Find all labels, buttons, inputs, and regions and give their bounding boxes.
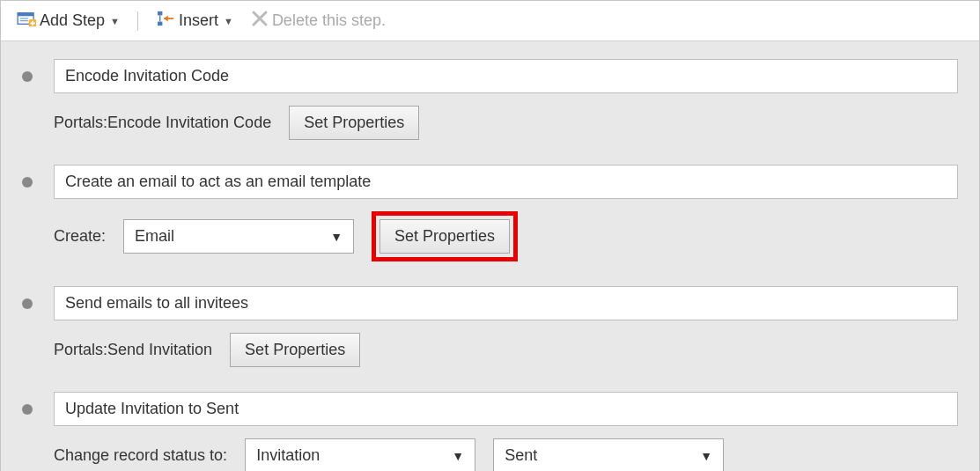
step-detail: Create: Email ▼ Set Properties: [1, 199, 979, 286]
chevron-down-icon: ▼: [110, 16, 120, 26]
set-properties-button[interactable]: Set Properties: [379, 219, 510, 254]
step-title-input[interactable]: [54, 286, 958, 320]
highlight-box: Set Properties: [372, 211, 518, 261]
step-row: [1, 165, 979, 199]
add-step-button[interactable]: Add Step ▼: [11, 7, 125, 34]
delete-step-label: Delete this step.: [272, 11, 386, 30]
insert-label: Insert: [179, 11, 218, 30]
steps-area: Portals:Encode Invitation Code Set Prope…: [1, 41, 979, 471]
status-value-select[interactable]: Sent ▼: [493, 438, 724, 471]
status-entity-select[interactable]: Invitation ▼: [245, 438, 475, 471]
svg-rect-1: [18, 13, 33, 17]
set-properties-button[interactable]: Set Properties: [230, 333, 360, 367]
step-title-input[interactable]: [54, 59, 958, 93]
step-action-label: Portals:Encode Invitation Code: [54, 114, 271, 132]
step-action-label: Portals:Send Invitation: [54, 341, 212, 359]
step-row: [1, 286, 979, 320]
step-detail: Change record status to: Invitation ▼ Se…: [1, 426, 979, 471]
select-value: Invitation: [246, 439, 475, 471]
step-title-input[interactable]: [54, 165, 958, 199]
step-row: [1, 59, 979, 93]
add-step-label: Add Step: [40, 11, 105, 30]
create-entity-select[interactable]: Email ▼: [123, 219, 354, 254]
step-title-input[interactable]: [54, 392, 958, 426]
step-detail: Portals:Send Invitation Set Properties: [1, 320, 979, 392]
step-bullet: [22, 404, 33, 415]
toolbar: Add Step ▼ Insert ▼: [1, 1, 979, 41]
chevron-down-icon: ▼: [224, 16, 233, 26]
step-bullet: [22, 298, 33, 309]
add-step-icon: [17, 11, 36, 31]
step-bullet: [22, 71, 33, 82]
svg-rect-8: [158, 22, 162, 26]
insert-icon: [156, 11, 175, 31]
create-label: Create:: [54, 227, 106, 246]
step-bullet: [22, 177, 33, 188]
step-row: [1, 392, 979, 426]
insert-button[interactable]: Insert ▼: [151, 7, 239, 34]
step-detail: Portals:Encode Invitation Code Set Prope…: [1, 93, 979, 165]
workflow-editor: Add Step ▼ Insert ▼: [0, 0, 980, 471]
separator: [137, 11, 138, 31]
delete-step-button: Delete this step.: [246, 6, 391, 35]
svg-rect-7: [158, 11, 162, 16]
delete-icon: [251, 10, 269, 32]
set-properties-button[interactable]: Set Properties: [289, 106, 419, 140]
select-value: Email: [124, 220, 353, 253]
select-value: Sent: [494, 439, 723, 471]
change-status-label: Change record status to:: [54, 446, 227, 465]
